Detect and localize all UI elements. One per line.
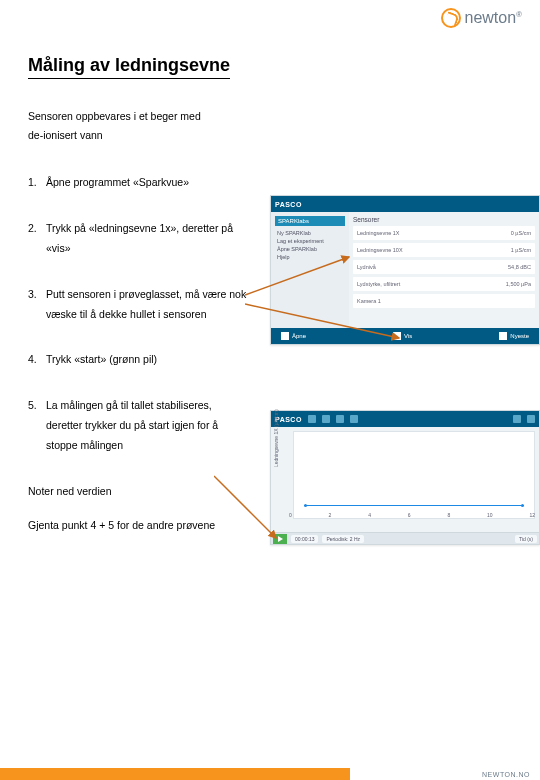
sensor-row[interactable]: Kamera 1 [353,294,535,308]
sidebar-item[interactable]: Åpne SPARKlab [275,245,345,253]
xlabel: Tid (s) [515,535,537,543]
step-list: Åpne programmet «Sparkvue» Trykk på «led… [28,173,248,456]
home-icon[interactable] [308,415,316,423]
sidebar: SPARKlabs Ny SPARKlab Lag et eksperiment… [271,212,349,328]
app-brand: PASCO [275,416,302,423]
footer-link: NEWTON.NO [482,771,530,778]
new-button[interactable]: Nyeste [499,332,529,340]
sidebar-item[interactable]: Hjelp [275,253,345,261]
show-button[interactable]: Vis [393,332,412,340]
sparkvue-measure-screenshot: PASCO Ledningsevne 1X (µS/cm) 024681012 … [270,410,540,545]
save-icon[interactable] [350,415,358,423]
chart-series-line [304,505,525,506]
step-4: Trykk «start» (grønn pil) [28,350,248,370]
grid-icon[interactable] [322,415,330,423]
brand-name: newton® [465,9,523,27]
sidebar-title: SPARKlabs [275,216,345,226]
open-button[interactable]: Åpne [281,332,306,340]
line-chart[interactable] [293,431,535,519]
chart-xticks: 024681012 [289,512,535,518]
gear-icon[interactable] [527,415,535,423]
sensor-row[interactable]: Lydstyrke, ufiltrert1,500 µPa [353,277,535,291]
sidebar-item[interactable]: Ny SPARKlab [275,229,345,237]
page-title: Måling av ledningsevne [28,55,230,79]
panel-title: Sensorer [353,216,535,223]
step-3: Putt sensoren i prøveglasset, må være no… [28,285,248,325]
page-icon[interactable] [336,415,344,423]
page-icon [499,332,507,340]
chart-ylabel: Ledningsevne 1X (µS/cm) [273,409,279,467]
brand-logo: newton® [441,8,523,28]
step-2: Trykk på «ledningsevne 1x», deretter på … [28,219,248,259]
start-button[interactable] [273,534,287,544]
footer-bar [0,768,350,780]
sensor-row[interactable]: Ledningsevne 1X0 µS/cm [353,226,535,240]
app-brand: PASCO [275,201,302,208]
sensor-row[interactable]: Ledningsevne 10X1 µS/cm [353,243,535,257]
wifi-icon[interactable] [513,415,521,423]
sidebar-item[interactable]: Lag et eksperiment [275,237,345,245]
newton-swirl-icon [441,8,461,28]
step-5: La målingen gå til tallet stabiliseres, … [28,396,248,456]
timer-readout: 00:00:13 [291,535,318,543]
sample-rate[interactable]: Periodisk: 2 Hz [322,535,364,543]
sparkvue-sensor-screenshot: PASCO SPARKlabs Ny SPARKlab Lag et ekspe… [270,195,540,345]
sensor-row[interactable]: Lydnivå54,8 dBC [353,260,535,274]
folder-icon [281,332,289,340]
eye-icon [393,332,401,340]
step-1: Åpne programmet «Sparkvue» [28,173,248,193]
intro-text: Sensoren oppbevares i et beger med de-io… [28,107,540,145]
